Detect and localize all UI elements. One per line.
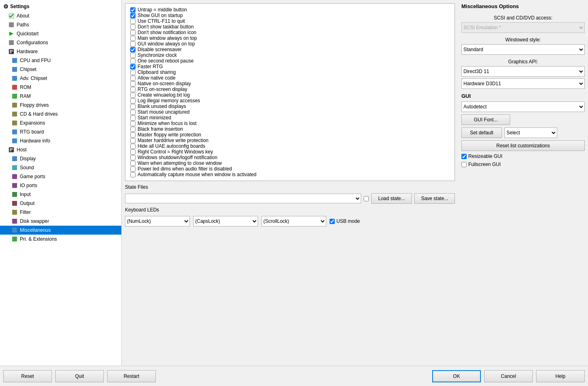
checkbox-master-harddrive-write[interactable]	[130, 138, 136, 143]
checkbox-synchronize-clock[interactable]	[130, 53, 136, 58]
cancel-button[interactable]: Cancel	[484, 370, 533, 382]
scsi-select[interactable]: SCSI Emulation *	[461, 22, 585, 33]
checkbox-power-led-dims[interactable]	[130, 166, 136, 172]
sidebar-item-ram[interactable]: RAM	[0, 92, 121, 101]
sidebar-item-game-ports[interactable]: Game ports	[0, 172, 121, 181]
checkbox-black-frame-insertion[interactable]	[130, 127, 136, 132]
checkbox-disable-screensaver[interactable]	[130, 47, 136, 52]
ok-button[interactable]: OK	[432, 370, 481, 382]
svg-rect-22	[12, 156, 17, 161]
checkbox-warn-close-window[interactable]	[130, 161, 136, 166]
quit-button[interactable]: Quit	[55, 370, 104, 382]
checkbox-clipboard-sharing[interactable]	[130, 70, 136, 75]
state-files-select[interactable]	[125, 194, 361, 203]
checkbox-dont-show-notification[interactable]	[130, 30, 136, 35]
sidebar-item-pri-extensions[interactable]: Pri. & Extensions	[0, 235, 121, 244]
checkbox-right-control[interactable]	[130, 149, 136, 155]
svg-rect-5	[10, 50, 11, 52]
resizeable-gui-checkbox[interactable]	[461, 154, 467, 159]
scrolllock-select[interactable]: (ScrollLock)	[261, 216, 326, 226]
checkbox-master-floppy-write[interactable]	[130, 132, 136, 138]
gui-select[interactable]: Autodetect	[461, 101, 585, 112]
sidebar-item-expansions[interactable]: Expansions	[0, 119, 121, 127]
checkbox-row-untrap: Untrap = middle button	[130, 7, 450, 13]
sidebar-item-io-ports[interactable]: IO ports	[0, 181, 121, 190]
sidebar-item-disk-swapper[interactable]: Disk swapper	[0, 217, 121, 226]
capslock-select[interactable]: (CapsLock)	[193, 216, 258, 226]
checkbox-faster-rtg[interactable]	[130, 64, 136, 69]
disk-swapper-icon	[11, 218, 18, 224]
sidebar-item-about[interactable]: About	[0, 11, 121, 20]
sidebar-item-cpu-fpu[interactable]: CPU and FPU	[0, 56, 121, 65]
sidebar-item-hardware-info[interactable]: Hardware info	[0, 136, 121, 145]
sidebar-item-configurations[interactable]: Configurations	[0, 38, 121, 47]
checkbox-row-dont-show-notification: Don't show notification icon	[130, 30, 450, 35]
checkbox-dont-show-taskbar[interactable]	[130, 24, 136, 30]
restart-button[interactable]: Restart	[107, 370, 156, 382]
checkbox-log-illegal-memory[interactable]	[130, 98, 136, 104]
checkbox-one-second-reboot[interactable]	[130, 58, 136, 64]
sidebar-item-input[interactable]: Input	[0, 190, 121, 199]
graphics-api-select2[interactable]: Hardware D3D11	[461, 78, 585, 89]
sidebar-item-output[interactable]: Output	[0, 199, 121, 208]
sidebar-item-quickstart[interactable]: Quickstart	[0, 29, 121, 38]
checkbox-blank-unused-displays[interactable]	[130, 104, 136, 109]
checkbox-show-gui[interactable]	[130, 13, 136, 18]
set-default-button[interactable]: Set default	[461, 127, 502, 138]
reset-button[interactable]: Reset	[3, 370, 52, 382]
sidebar-item-miscellaneous[interactable]: Miscellaneous	[0, 226, 121, 235]
sidebar-item-filter[interactable]: Filter	[0, 208, 121, 217]
gui-select-dropdown[interactable]: Select	[504, 127, 557, 138]
game-ports-label: Game ports	[20, 174, 45, 179]
checkbox-minimize-focus-lost[interactable]	[130, 121, 136, 126]
checkbox-start-mouse-uncaptured[interactable]	[130, 110, 136, 115]
sidebar-item-floppy[interactable]: Floppy drives	[0, 101, 121, 110]
fullscreen-gui-checkbox[interactable]	[461, 162, 467, 167]
sidebar-item-paths[interactable]: Paths	[0, 20, 121, 29]
checkbox-label-create-winuaelog: Create winuaelog.txt log	[138, 92, 190, 98]
sidebar-item-chipset[interactable]: Chipset	[0, 65, 121, 74]
sidebar-item-sound[interactable]: Sound	[0, 163, 121, 172]
checkbox-hide-all-uae[interactable]	[130, 144, 136, 149]
checkbox-allow-native-code[interactable]	[130, 75, 136, 81]
svg-rect-17	[12, 138, 17, 143]
adv-chipset-label: Adv. Chipset	[20, 75, 47, 81]
checkbox-main-window-always[interactable]	[130, 36, 136, 41]
svg-rect-24	[12, 174, 17, 179]
checkbox-windows-shutdown[interactable]	[130, 155, 136, 160]
checkbox-create-winuaelog[interactable]	[130, 93, 136, 98]
svg-rect-25	[12, 183, 17, 188]
configurations-label: Configurations	[17, 40, 48, 45]
numlock-select[interactable]: (NumLock)	[125, 216, 190, 226]
settings-icon: ⚙	[3, 3, 9, 10]
usb-mode-label: USB mode	[336, 218, 360, 224]
checkbox-auto-capture-mouse[interactable]	[130, 172, 136, 177]
usb-mode-checkbox[interactable]	[330, 219, 335, 224]
checkbox-native-on-screen[interactable]	[130, 81, 136, 86]
checkbox-label-clipboard-sharing: Clipboard sharing	[138, 69, 176, 75]
sidebar-item-adv-chipset[interactable]: Adv. Chipset	[0, 74, 121, 83]
checkbox-label-main-window-always: Main window always on top	[138, 35, 197, 41]
graphics-api-select1[interactable]: Direct3D 11	[461, 66, 585, 77]
windowed-style-select[interactable]: Standard	[461, 44, 585, 55]
checkbox-rtg-on-screen[interactable]	[130, 87, 136, 92]
checkbox-gui-window-always[interactable]	[130, 41, 136, 47]
checkbox-start-minimized[interactable]	[130, 115, 136, 121]
gui-font-button[interactable]: GUI Font...	[461, 114, 510, 125]
sidebar-item-rtg-board[interactable]: RTG board	[0, 127, 121, 136]
checkbox-use-ctrl-f11[interactable]	[130, 19, 136, 24]
state-files-checkbox[interactable]	[364, 196, 369, 201]
sidebar-item-host[interactable]: Host	[0, 145, 121, 154]
sidebar-item-display[interactable]: Display	[0, 154, 121, 163]
sidebar-item-hardware[interactable]: Hardware	[0, 47, 121, 56]
io-ports-label: IO ports	[20, 183, 37, 188]
save-state-button[interactable]: Save state...	[414, 193, 455, 204]
checkbox-untrap[interactable]	[130, 7, 136, 13]
help-button[interactable]: Help	[536, 370, 585, 382]
ram-icon	[11, 93, 18, 99]
load-state-button[interactable]: Load state...	[371, 193, 412, 204]
checkbox-row-blank-unused-displays: Blank unused displays	[130, 104, 450, 109]
sidebar-item-cd-hard[interactable]: CD & Hard drives	[0, 110, 121, 119]
reset-list-button[interactable]: Reset list customizations	[461, 140, 585, 151]
sidebar-item-rom[interactable]: ROM	[0, 83, 121, 92]
